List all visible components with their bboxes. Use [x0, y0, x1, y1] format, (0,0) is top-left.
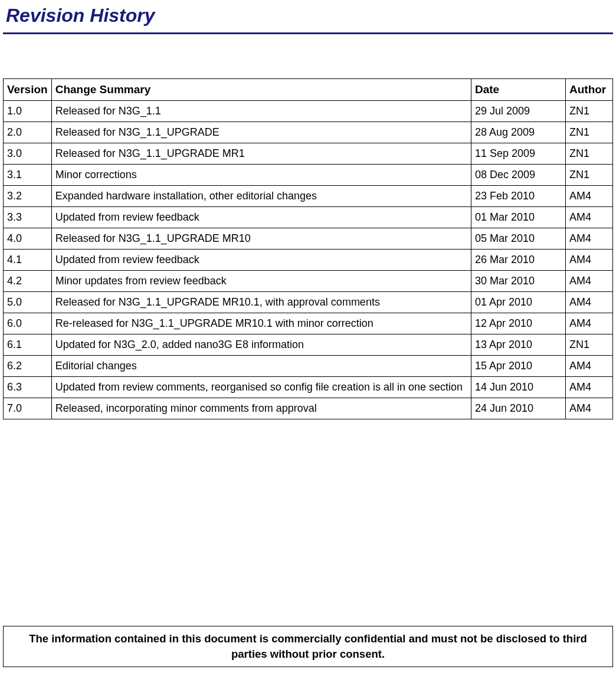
header-date: Date [471, 79, 566, 101]
cell-summary: Minor updates from review feedback [51, 271, 471, 292]
cell-summary: Updated for N3G_2.0, added nano3G E8 inf… [51, 334, 471, 356]
cell-author: AM4 [566, 356, 613, 377]
cell-summary: Updated from review comments, reorganise… [51, 377, 471, 398]
cell-summary: Updated from review feedback [51, 207, 471, 228]
cell-date: 24 Jun 2010 [471, 398, 566, 419]
table-row: 5.0 Released for N3G_1.1_UPGRADE MR10.1,… [4, 292, 613, 313]
cell-version: 3.1 [4, 165, 52, 186]
cell-version: 6.0 [4, 313, 52, 334]
cell-version: 3.0 [4, 143, 52, 165]
cell-summary: Re-released for N3G_1.1_UPGRADE MR10.1 w… [51, 313, 471, 334]
cell-date: 01 Mar 2010 [471, 207, 566, 228]
table-row: 3.1 Minor corrections 08 Dec 2009 ZN1 [4, 165, 613, 186]
cell-summary: Released for N3G_1.1_UPGRADE MR10 [51, 228, 471, 250]
cell-author: AM4 [566, 250, 613, 271]
cell-version: 2.0 [4, 122, 52, 143]
cell-date: 26 Mar 2010 [471, 250, 566, 271]
cell-version: 5.0 [4, 292, 52, 313]
cell-version: 7.0 [4, 398, 52, 419]
cell-summary: Released for N3G_1.1_UPGRADE MR10.1, wit… [51, 292, 471, 313]
cell-author: ZN1 [566, 101, 613, 122]
cell-version: 3.3 [4, 207, 52, 228]
table-row: 6.1 Updated for N3G_2.0, added nano3G E8… [4, 334, 613, 356]
cell-version: 1.0 [4, 101, 52, 122]
cell-summary: Released for N3G_1.1_UPGRADE [51, 122, 471, 143]
cell-summary: Expanded hardware installation, other ed… [51, 186, 471, 207]
table-row: 1.0 Released for N3G_1.1 29 Jul 2009 ZN1 [4, 101, 613, 122]
table-header-row: Version Change Summary Date Author [4, 79, 613, 101]
cell-author: ZN1 [566, 122, 613, 143]
table-row: 4.0 Released for N3G_1.1_UPGRADE MR10 05… [4, 228, 613, 250]
cell-author: ZN1 [566, 143, 613, 165]
header-version: Version [4, 79, 52, 101]
cell-version: 6.2 [4, 356, 52, 377]
table-row: 4.2 Minor updates from review feedback 3… [4, 271, 613, 292]
cell-version: 4.0 [4, 228, 52, 250]
cell-date: 14 Jun 2010 [471, 377, 566, 398]
cell-version: 3.2 [4, 186, 52, 207]
header-summary: Change Summary [51, 79, 471, 101]
table-row: 2.0 Released for N3G_1.1_UPGRADE 28 Aug … [4, 122, 613, 143]
confidentiality-notice: The information contained in this docume… [3, 626, 613, 667]
cell-date: 30 Mar 2010 [471, 271, 566, 292]
cell-summary: Updated from review feedback [51, 250, 471, 271]
cell-author: AM4 [566, 313, 613, 334]
cell-date: 28 Aug 2009 [471, 122, 566, 143]
cell-date: 05 Mar 2010 [471, 228, 566, 250]
cell-summary: Minor corrections [51, 165, 471, 186]
cell-author: AM4 [566, 271, 613, 292]
cell-version: 4.1 [4, 250, 52, 271]
cell-author: AM4 [566, 207, 613, 228]
table-row: 6.0 Re-released for N3G_1.1_UPGRADE MR10… [4, 313, 613, 334]
cell-summary: Released for N3G_1.1 [51, 101, 471, 122]
cell-date: 08 Dec 2009 [471, 165, 566, 186]
cell-author: AM4 [566, 186, 613, 207]
table-row: 7.0 Released, incorporating minor commen… [4, 398, 613, 419]
table-row: 4.1 Updated from review feedback 26 Mar … [4, 250, 613, 271]
cell-date: 11 Sep 2009 [471, 143, 566, 165]
cell-date: 15 Apr 2010 [471, 356, 566, 377]
table-row: 3.0 Released for N3G_1.1_UPGRADE MR1 11 … [4, 143, 613, 165]
table-row: 6.3 Updated from review comments, reorga… [4, 377, 613, 398]
cell-author: ZN1 [566, 334, 613, 356]
cell-author: ZN1 [566, 165, 613, 186]
cell-date: 12 Apr 2010 [471, 313, 566, 334]
cell-summary: Released, incorporating minor comments f… [51, 398, 471, 419]
cell-date: 01 Apr 2010 [471, 292, 566, 313]
table-row: 3.3 Updated from review feedback 01 Mar … [4, 207, 613, 228]
table-row: 6.2 Editorial changes 15 Apr 2010 AM4 [4, 356, 613, 377]
cell-version: 6.3 [4, 377, 52, 398]
cell-date: 13 Apr 2010 [471, 334, 566, 356]
revision-history-table: Version Change Summary Date Author 1.0 R… [3, 78, 613, 419]
cell-author: AM4 [566, 228, 613, 250]
cell-author: AM4 [566, 398, 613, 419]
cell-summary: Editorial changes [51, 356, 471, 377]
cell-author: AM4 [566, 377, 613, 398]
revision-table-wrapper: Version Change Summary Date Author 1.0 R… [0, 34, 616, 419]
page-title: Revision History [0, 0, 616, 32]
cell-version: 6.1 [4, 334, 52, 356]
table-row: 3.2 Expanded hardware installation, othe… [4, 186, 613, 207]
cell-summary: Released for N3G_1.1_UPGRADE MR1 [51, 143, 471, 165]
cell-date: 29 Jul 2009 [471, 101, 566, 122]
cell-author: AM4 [566, 292, 613, 313]
cell-version: 4.2 [4, 271, 52, 292]
header-author: Author [566, 79, 613, 101]
cell-date: 23 Feb 2010 [471, 186, 566, 207]
